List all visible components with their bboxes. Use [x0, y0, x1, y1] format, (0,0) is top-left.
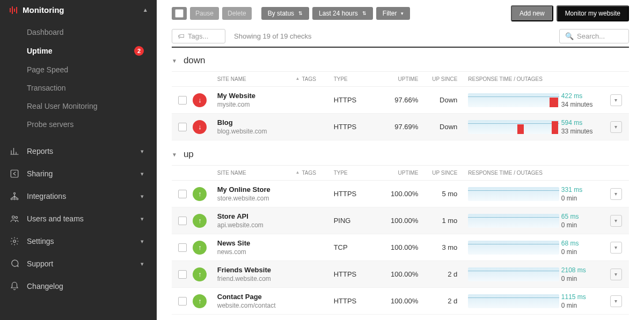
row-more-button[interactable]: ▾	[610, 188, 622, 200]
site-name[interactable]: Blog	[217, 118, 302, 126]
chevron-down-icon: ▾	[401, 11, 404, 16]
pause-button[interactable]: Pause	[190, 7, 219, 20]
row-more-button[interactable]: ▾	[610, 295, 622, 307]
nav-settings[interactable]: Settings▾	[0, 230, 157, 252]
row-checkbox[interactable]	[178, 190, 187, 198]
row-more-button[interactable]: ▾	[610, 121, 622, 133]
sidebar-subnav: DashboardUptime2Page SpeedTransactionRea…	[0, 20, 157, 140]
site-domain: news.com	[217, 248, 302, 256]
up-since: 2 d	[418, 270, 457, 278]
monitor-website-button[interactable]: Monitor my website	[557, 5, 629, 21]
svg-point-7	[13, 240, 16, 243]
sparkline	[468, 267, 559, 281]
svg-point-1	[14, 192, 16, 194]
col-type[interactable]: TYPE	[334, 170, 376, 176]
chevron-down-icon: ▾	[141, 261, 144, 267]
site-name[interactable]: Contact Page	[217, 293, 302, 301]
col-site[interactable]: SITE NAME▲	[217, 170, 302, 176]
uptime-value: 100.00%	[376, 217, 419, 225]
sort-icon: ▲	[296, 170, 300, 175]
row-more-button[interactable]: ▾	[610, 215, 622, 227]
tags-input[interactable]: 🏷Tags...	[172, 29, 225, 43]
col-rt[interactable]: RESPONSE TIME / OUTAGES	[457, 170, 561, 176]
sidebar-title: Monitoring	[23, 5, 64, 14]
select-all-checkbox[interactable]	[175, 9, 184, 18]
status-dropdown-label: By status	[268, 10, 294, 17]
chevron-down-icon: ▾	[141, 215, 144, 222]
nav-integrations[interactable]: Integrations▾	[0, 185, 157, 207]
chevron-down-icon: ▾	[141, 170, 144, 177]
col-tags[interactable]: TAGS	[302, 170, 334, 176]
sidebar-item-dashboard[interactable]: Dashboard	[0, 23, 157, 41]
up-since: 1 mo	[418, 217, 457, 225]
main: Pause Delete By status⇅ Last 24 hours⇅ F…	[157, 0, 644, 320]
duration: 33 minutes	[561, 128, 610, 135]
nav-changelog[interactable]: Changelog	[0, 275, 157, 297]
row-checkbox[interactable]	[178, 217, 187, 225]
check-type: HTTPS	[334, 123, 376, 131]
col-uptime[interactable]: UPTIME	[376, 170, 419, 176]
section-header[interactable]: ▼up	[172, 147, 629, 166]
sidebar-item-real-user-monitoring[interactable]: Real User Monitoring	[0, 97, 157, 115]
sidebar-item-uptime[interactable]: Uptime2	[0, 41, 157, 61]
status-dropdown[interactable]: By status⇅	[261, 7, 309, 20]
sidebar-item-probe-servers[interactable]: Probe servers	[0, 115, 157, 133]
site-name[interactable]: My Online Store	[217, 185, 302, 194]
nav-users-and-teams[interactable]: Users and teams▾	[0, 207, 157, 230]
chevron-down-icon: ▼	[172, 152, 177, 158]
site-domain: mysite.com	[217, 101, 302, 108]
table-row: ↓Blogblog.website.comHTTPS97.69%Down594 …	[172, 114, 629, 140]
sort-icon: ▲	[296, 76, 300, 81]
nav-sharing[interactable]: Sharing▾	[0, 162, 157, 185]
site-name[interactable]: News Site	[217, 239, 302, 247]
nav-label: Integrations	[27, 192, 66, 200]
col-tags[interactable]: TAGS	[302, 76, 334, 82]
row-checkbox[interactable]	[178, 297, 187, 306]
col-uptime[interactable]: UPTIME	[376, 76, 419, 82]
site-name[interactable]: My Website	[217, 92, 302, 100]
response-time: 2108 ms	[561, 266, 610, 274]
duration: 0 min	[561, 221, 610, 229]
sidebar-item-page-speed[interactable]: Page Speed	[0, 61, 157, 79]
filter-dropdown-label: Filter	[383, 10, 397, 17]
sidebar-item-transaction[interactable]: Transaction	[0, 79, 157, 97]
section-header[interactable]: ▼down	[172, 53, 629, 72]
uptime-value: 100.00%	[376, 190, 419, 198]
check-type: HTTPS	[334, 297, 376, 305]
filter-dropdown[interactable]: Filter▾	[376, 7, 411, 20]
sparkline	[468, 241, 559, 255]
select-all-wrap[interactable]	[172, 7, 187, 20]
status-up-icon: ↑	[193, 241, 207, 255]
table-row: ↑Store APIapi.website.comPING100.00%1 mo…	[172, 207, 629, 234]
svg-rect-0	[11, 170, 18, 177]
row-more-button[interactable]: ▾	[610, 269, 622, 280]
sparkline	[468, 294, 559, 308]
nav-support[interactable]: Support▾	[0, 252, 157, 275]
row-checkbox[interactable]	[178, 96, 187, 105]
row-more-button[interactable]: ▾	[610, 94, 622, 106]
site-name[interactable]: Store API	[217, 212, 302, 220]
section-title: down	[184, 55, 206, 66]
up-since: Down	[418, 123, 457, 131]
divider	[172, 47, 629, 48]
col-since[interactable]: UP SINCE	[418, 170, 457, 176]
svg-point-6	[16, 217, 18, 219]
add-new-button[interactable]: Add new	[511, 5, 553, 21]
delete-button[interactable]: Delete	[222, 7, 252, 20]
badge: 2	[134, 46, 144, 56]
search-input[interactable]: 🔍Search...	[559, 29, 629, 43]
site-name[interactable]: Friends Website	[217, 266, 302, 274]
row-more-button[interactable]: ▾	[610, 242, 622, 254]
row-checkbox[interactable]	[178, 270, 187, 279]
status-up-icon: ↑	[193, 214, 207, 228]
col-site[interactable]: SITE NAME▲	[217, 76, 302, 82]
time-dropdown[interactable]: Last 24 hours⇅	[312, 7, 373, 20]
col-rt[interactable]: RESPONSE TIME / OUTAGES	[457, 76, 561, 82]
row-checkbox[interactable]	[178, 243, 187, 252]
sidebar-item-label: Page Speed	[27, 65, 68, 74]
col-since[interactable]: UP SINCE	[418, 76, 457, 82]
nav-reports[interactable]: Reports▾	[0, 140, 157, 162]
sidebar-header[interactable]: Monitoring ▴	[0, 0, 157, 20]
col-type[interactable]: TYPE	[334, 76, 376, 82]
row-checkbox[interactable]	[178, 123, 187, 131]
